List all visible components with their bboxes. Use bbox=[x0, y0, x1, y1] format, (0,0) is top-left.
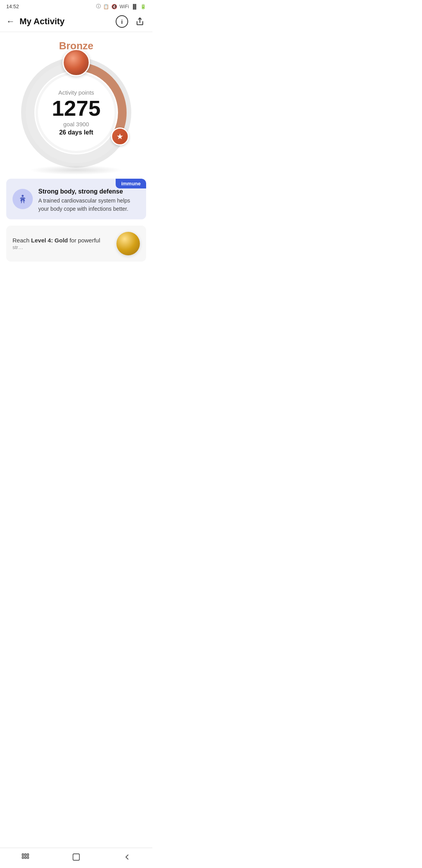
status-icons: ⓘ 📋 🔇 WiFi ▐▌ 🔋 bbox=[96, 3, 146, 10]
info-status-icon: ⓘ bbox=[96, 3, 101, 10]
star-icon: ★ bbox=[116, 132, 123, 141]
svg-point-7 bbox=[21, 195, 23, 197]
activity-circle: ★ Activity points 1275 goal 3900 26 days… bbox=[6, 56, 146, 169]
main-content: Bronze bbox=[0, 32, 152, 262]
status-time: 14:52 bbox=[6, 4, 19, 9]
mute-icon: 🔇 bbox=[111, 4, 117, 9]
page-title: My Activity bbox=[20, 16, 64, 27]
info-card-description: A trained cardiovascular system helps yo… bbox=[38, 197, 140, 213]
nav-left: ← My Activity bbox=[6, 16, 64, 27]
next-level-text: Reach Level 4: Gold for powerful str… bbox=[13, 237, 111, 250]
activity-points: 1275 bbox=[52, 97, 101, 119]
top-navigation: ← My Activity i bbox=[0, 11, 152, 32]
days-left: 26 days left bbox=[52, 129, 101, 136]
star-badge: ★ bbox=[111, 127, 129, 145]
circle-wrapper: ★ Activity points 1275 goal 3900 26 days… bbox=[20, 56, 133, 169]
status-bar: 14:52 ⓘ 📋 🔇 WiFi ▐▌ 🔋 bbox=[0, 0, 152, 11]
bronze-medal bbox=[63, 49, 90, 76]
info-card-title: Strong body, strong defense bbox=[38, 188, 140, 195]
info-card[interactable]: immune Strong body, strong defense A tra… bbox=[6, 179, 146, 219]
info-card-content: Strong body, strong defense A trained ca… bbox=[13, 188, 140, 213]
wifi-icon: WiFi bbox=[120, 4, 129, 9]
share-button[interactable] bbox=[134, 15, 146, 28]
next-level-subtext: str… bbox=[13, 244, 23, 250]
next-level-card[interactable]: Reach Level 4: Gold for powerful str… bbox=[6, 226, 146, 262]
signal-icon: ▐▌ bbox=[131, 4, 138, 9]
medal-inner bbox=[66, 52, 87, 73]
clip-icon: 📋 bbox=[103, 4, 109, 9]
circle-center-text: Activity points 1275 goal 3900 26 days l… bbox=[52, 89, 101, 136]
back-button[interactable]: ← bbox=[6, 17, 15, 26]
goal-label: goal 3900 bbox=[52, 121, 101, 127]
circle-shadow bbox=[29, 165, 123, 175]
info-button[interactable]: i bbox=[116, 15, 128, 28]
gold-medal-icon bbox=[116, 232, 140, 255]
info-card-text: Strong body, strong defense A trained ca… bbox=[38, 188, 140, 213]
info-card-icon bbox=[13, 189, 33, 209]
next-level-name: Level 4: Gold bbox=[31, 237, 68, 244]
nav-right: i bbox=[116, 15, 146, 28]
battery-icon: 🔋 bbox=[140, 4, 146, 9]
activity-label: Activity points bbox=[52, 89, 101, 96]
info-card-tag: immune bbox=[116, 179, 146, 188]
